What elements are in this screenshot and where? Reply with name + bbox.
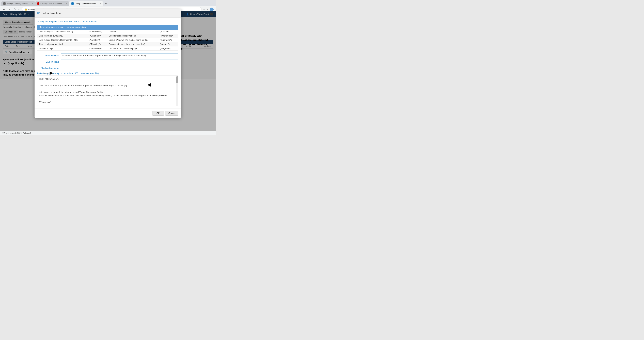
tab-creating-links-close[interactable]: × [66, 2, 67, 4]
row2-label2: Code for connecting by phone [107, 34, 158, 38]
lock-icon: 🔒 [24, 8, 27, 10]
ok-button[interactable]: OK [152, 111, 164, 116]
blind-carbon-copy-row: Blind carbon copy: [37, 66, 178, 70]
tab-liberty-label: Liberty Communication Server [75, 2, 98, 4]
carbon-copy-row: Carbon copy: [37, 60, 178, 64]
letter-subject-label: Letter subject: [37, 54, 61, 57]
letter-template-dialog: ✉ Letter template Specify the template o… [34, 9, 181, 118]
dialog-body: Specify the template of the letter with … [34, 17, 181, 109]
row5-marker1: (*NumbDays*) [88, 46, 107, 51]
arrow-svg-right [148, 80, 168, 90]
dialog-icon: ✉ [37, 11, 40, 15]
row4-marker2: (*AccInfo*) [158, 42, 178, 46]
tab-creating-links[interactable]: Creating Links and Phone Codes × [36, 1, 69, 6]
row1-label1: User name (first name and last name) [37, 30, 88, 34]
table-row: Date (full) as Thursday, December 31, 20… [37, 38, 178, 42]
tab-favicon-3 [72, 2, 74, 5]
tab-settings-close[interactable]: × [32, 2, 33, 4]
tab-liberty-close[interactable]: × [100, 2, 101, 4]
forward-button[interactable]: → [8, 7, 12, 12]
new-tab-button[interactable]: + [104, 1, 108, 6]
table-row: Number of days (*NumbDays*) Link to the … [37, 46, 178, 51]
tab-favicon-2 [38, 2, 40, 5]
tab-liberty[interactable]: Liberty Communication Server × [70, 1, 103, 6]
cancel-button[interactable]: Cancel [165, 111, 178, 116]
markers-table: Markers for places to insert personal in… [37, 25, 178, 51]
letter-subject-input[interactable] [61, 53, 178, 58]
row3-marker1: (*DateFull*) [88, 38, 107, 42]
scrollbar-thumb [176, 76, 178, 83]
dialog-subtitle: Specify the template of the letter with … [37, 20, 178, 23]
dialog-footer: OK Cancel [34, 109, 181, 118]
tab-settings-label: Settings - Privacy and security [6, 2, 30, 4]
row4-marker1: (*TimeOrig*) [88, 42, 107, 46]
row4-label1: Time as originaly specified [37, 42, 88, 46]
tab-settings[interactable]: Settings - Privacy and security × [1, 1, 35, 6]
row2-marker2: (*PhoneCode*) [158, 34, 178, 38]
table-row: User name (first name and last name) (*U… [37, 30, 178, 34]
row1-marker1: (*UserName*) [88, 30, 107, 34]
status-bar: LVC web server 2.3.2312 Release4 [0, 131, 216, 135]
row3-label1: Date (full) as Thursday, December 31, 20… [37, 38, 88, 42]
row5-label1: Number of days [37, 46, 88, 51]
row1-label2: Case Id [107, 30, 158, 34]
carbon-copy-input[interactable] [61, 60, 178, 64]
row3-marker2: (*ExeName*) [158, 38, 178, 42]
profile-icon: G [210, 7, 214, 11]
row2-label1: Date (short) as 12/31/2020 [37, 34, 88, 38]
row3-label2: Unique Windows LVC module name for thi..… [107, 38, 158, 42]
row2-marker1: (*DateShort*) [88, 34, 107, 38]
markers-table-header: Markers for places to insert personal in… [37, 25, 178, 30]
dialog-header: ✉ Letter template [34, 9, 181, 17]
letter-subject-row: Letter subject: [37, 53, 178, 58]
tab-bar: Settings - Privacy and security × Creati… [0, 0, 216, 6]
back-button[interactable]: ← [2, 7, 6, 12]
home-button[interactable]: ⌂ [18, 7, 21, 12]
bookmark-icon[interactable]: ☆ [203, 8, 205, 11]
textarea-scrollbar[interactable] [176, 76, 178, 106]
status-text: LVC web server 2.3.2312 Release4 [2, 132, 31, 134]
table-row: Time as originaly specified (*TimeOrig*)… [37, 42, 178, 46]
table-row: Date (short) as 12/31/2020 (*DateShort*)… [37, 34, 178, 38]
extension-icon[interactable]: ⊡ [206, 8, 208, 11]
tab-creating-links-label: Creating Links and Phone Codes [40, 2, 64, 4]
row5-label2: Link to the LVC download page [107, 46, 158, 51]
dialog-title: Letter template [42, 12, 61, 15]
tab-favicon [3, 2, 6, 5]
blind-carbon-copy-input[interactable] [61, 66, 178, 70]
letter-body-label: Letter body (preferably no more than 100… [37, 72, 178, 75]
row4-label2: Account info (must be in a separate line… [107, 42, 158, 46]
reload-button[interactable]: ↻ [13, 7, 16, 12]
arrow-svg-left [40, 58, 53, 78]
row5-marker2: (*PageLink*) [158, 46, 178, 51]
row1-marker2: (*CaseId*) [158, 30, 178, 34]
